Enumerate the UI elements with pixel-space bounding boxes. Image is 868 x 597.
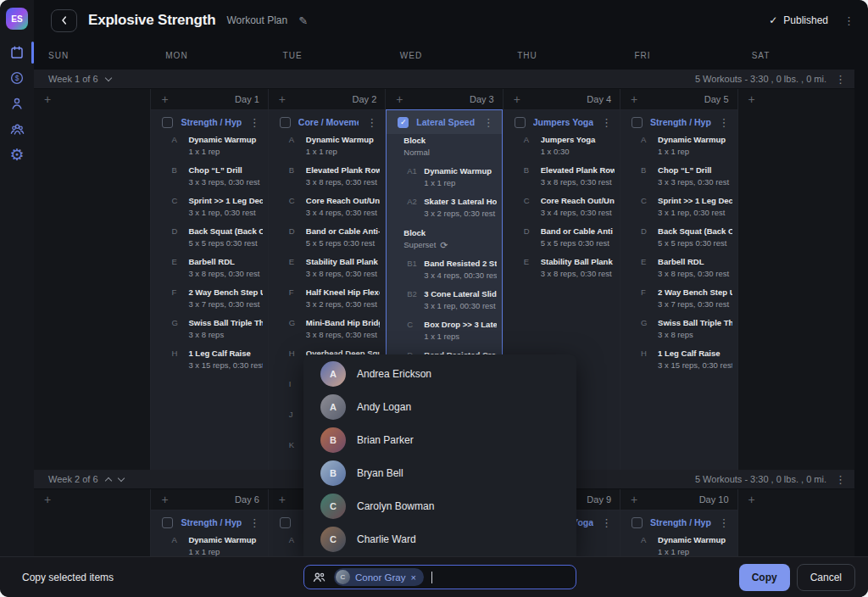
sidebar-item-groups[interactable]	[0, 116, 34, 142]
workout-menu-icon[interactable]: ⋮	[719, 117, 730, 128]
workout-checkbox[interactable]	[280, 517, 291, 528]
add-workout-icon[interactable]: +	[44, 494, 51, 505]
workout-menu-icon[interactable]: ⋮	[366, 117, 377, 128]
exercise-row[interactable]: GSwiss Ball Triple Threat3 x 8 reps	[151, 317, 267, 340]
exercise-row[interactable]: CCore Reach Out/Under3 x 4 reps, 0:30 re…	[504, 195, 620, 218]
member-list-item[interactable]: CCharlie Ward	[303, 522, 576, 555]
exercise-row[interactable]: B1Band Resisted 2 Step Late...3 x 4 reps…	[387, 258, 501, 281]
workout-checkbox[interactable]: ✓	[398, 117, 409, 128]
exercise-row[interactable]: BElevated Plank Row3 x 8 reps, 0:30 rest	[504, 165, 620, 187]
selected-member-chip[interactable]: C Conor Gray ×	[334, 568, 424, 586]
day-column: +Day 6Strength / Hypertro...⋮ADynamic Wa…	[151, 489, 268, 556]
add-workout-icon[interactable]: +	[396, 93, 403, 105]
exercise-row[interactable]: BChop “L” Drill3 x 3 reps, 0:30 rest	[620, 165, 737, 187]
exercise-row[interactable]: GMini-Band Hip Bridge w/ ...3 x 8 reps, …	[269, 317, 385, 340]
add-workout-icon[interactable]: +	[631, 494, 637, 505]
member-list-item[interactable]: BBryan Bell	[303, 456, 576, 489]
workout-checkbox[interactable]	[280, 117, 291, 128]
add-workout-icon[interactable]: +	[161, 494, 168, 505]
add-workout-icon[interactable]: +	[161, 93, 168, 105]
exercise-body: Dynamic Warmup1 x 1 rep	[188, 134, 262, 157]
edit-pencil-icon[interactable]: ✎	[298, 14, 308, 27]
member-list-item[interactable]: BBrian Parker	[303, 423, 576, 456]
exercise-name: Elevated Plank Row	[541, 165, 615, 176]
member-list-item[interactable]: AAndy Logan	[303, 390, 576, 423]
exercise-row[interactable]: CCore Reach Out/Under3 x 4 reps, 0:30 re…	[269, 195, 385, 218]
sidebar-item-settings[interactable]: ⚙	[0, 142, 34, 167]
workout-menu-icon[interactable]: ⋮	[719, 517, 730, 528]
add-workout-icon[interactable]: +	[748, 93, 755, 105]
workout-checkbox[interactable]	[632, 517, 643, 528]
member-list-item[interactable]: CCarolyn Bowman	[303, 489, 576, 522]
add-workout-icon[interactable]: +	[631, 93, 637, 105]
week-menu-icon[interactable]: ⋮	[835, 474, 846, 485]
exercise-row[interactable]: FHalf Kneel Hip Flexor Rais...3 x 2 reps…	[269, 287, 385, 310]
exercise-row[interactable]: BChop “L” Drill3 x 3 reps, 0:30 rest	[151, 165, 267, 187]
workout-card[interactable]: Strength / Hypertro...⋮ADynamic Warmup1 …	[620, 109, 737, 470]
workout-menu-icon[interactable]: ⋮	[483, 117, 494, 128]
workout-menu-icon[interactable]: ⋮	[249, 117, 260, 128]
back-button[interactable]	[51, 9, 77, 32]
exercise-row[interactable]: ADynamic Warmup1 x 1 rep	[620, 134, 737, 157]
exercise-letter: C	[407, 319, 424, 342]
exercise-letter: A	[171, 534, 188, 556]
cancel-button[interactable]: Cancel	[797, 564, 855, 591]
expand-week-icon[interactable]	[104, 74, 111, 81]
exercise-detail: 5 x 5 reps 0:30 rest	[541, 237, 615, 248]
exercise-row[interactable]: EBarbell RDL3 x 8 reps, 0:30 rest	[620, 256, 737, 279]
add-workout-icon[interactable]: +	[279, 494, 286, 505]
exercise-row[interactable]: F2 Way Bench Step Up3 x 7 reps, 0:30 res…	[620, 287, 737, 310]
app-logo[interactable]: ES	[6, 8, 28, 30]
exercise-detail: 5 x 5 reps 0:30 rest	[306, 237, 380, 248]
chip-remove-icon[interactable]: ×	[410, 572, 415, 583]
exercise-row[interactable]: F2 Way Bench Step Up3 x 7 reps, 0:30 res…	[151, 287, 267, 310]
exercise-row[interactable]: EBarbell RDL3 x 8 reps, 0:30 rest	[151, 256, 267, 279]
sidebar-item-athletes[interactable]	[0, 91, 34, 116]
workout-menu-icon[interactable]: ⋮	[249, 517, 260, 528]
add-workout-icon[interactable]: +	[279, 93, 286, 105]
exercise-row[interactable]: CBox Drop >> 3 Lateral H...1 x 1 reps	[387, 319, 501, 342]
exercise-row[interactable]: DBand or Cable Anti Rotati...5 x 5 reps …	[504, 226, 620, 248]
exercise-row[interactable]: DBand or Cable Anti-Rotati...5 x 5 reps …	[269, 226, 385, 248]
exercise-row[interactable]: A1Dynamic Warmup1 x 1 rep	[387, 165, 501, 188]
exercise-row[interactable]: DBack Squat (Back Off Set)5 x 5 reps 0:3…	[620, 226, 737, 248]
expand-week-icon[interactable]	[117, 474, 124, 481]
add-workout-icon[interactable]: +	[44, 93, 51, 105]
plan-menu-icon[interactable]: ⋮	[843, 15, 854, 26]
exercise-row[interactable]: CSprint >> 1 Leg Declarations3 x 1 rep, …	[620, 195, 737, 218]
exercise-row[interactable]: GSwiss Ball Triple Threat3 x 8 reps	[620, 317, 737, 340]
exercise-row[interactable]: H1 Leg Calf Raise3 x 15 reps, 0:30 rest	[151, 348, 267, 371]
exercise-row[interactable]: EStability Ball Plank Linear ...3 x 8 re…	[504, 256, 620, 279]
exercise-row[interactable]: ADynamic Warmup1 x 1 rep	[620, 534, 737, 556]
exercise-row[interactable]: CSprint >> 1 Leg Declarations3 x 1 rep, …	[151, 195, 267, 218]
workout-checkbox[interactable]	[632, 117, 643, 128]
exercise-row[interactable]: H1 Leg Calf Raise3 x 15 reps, 0:30 rest	[620, 348, 737, 371]
exercise-row[interactable]: ADynamic Warmup1 x 1 rep	[269, 134, 385, 157]
sidebar-item-calendar[interactable]	[0, 40, 34, 65]
exercise-row[interactable]: ADynamic Warmup1 x 1 rep	[151, 134, 267, 157]
exercise-row[interactable]: BElevated Plank Row3 x 8 reps, 0:30 rest	[269, 165, 385, 187]
exercise-detail: 1 x 1 rep	[188, 546, 262, 556]
week-menu-icon[interactable]: ⋮	[835, 74, 846, 85]
member-search-input[interactable]: C Conor Gray ×	[303, 565, 576, 589]
workout-menu-icon[interactable]: ⋮	[601, 517, 612, 528]
exercise-row[interactable]: B23 Cone Lateral Slide3 x 1 rep, 00:30 r…	[387, 288, 501, 311]
workout-card[interactable]: Strength / Hypertro...⋮ADynamic Warmup1 …	[151, 510, 267, 556]
add-workout-icon[interactable]: +	[748, 494, 755, 505]
workout-checkbox[interactable]	[162, 517, 173, 528]
exercise-row[interactable]: A2Skater 3 Lateral Hops >> ...3 x 2 reps…	[387, 196, 501, 219]
exercise-row[interactable]: ADynamic Warmup1 x 1 rep	[151, 534, 267, 556]
workout-card[interactable]: Strength / Hypertro...⋮ADynamic Warmup1 …	[620, 510, 737, 556]
workout-card[interactable]: Strength / Hypertro...⋮ADynamic Warmup1 …	[151, 109, 267, 470]
collapse-week-icon[interactable]	[104, 477, 111, 483]
member-list-item[interactable]: AAndrea Erickson	[303, 357, 576, 390]
workout-checkbox[interactable]	[515, 117, 526, 128]
copy-button[interactable]: Copy	[739, 564, 790, 591]
exercise-row[interactable]: DBack Squat (Back Off Set)5 x 5 reps 0:3…	[151, 226, 267, 248]
exercise-row[interactable]: EStability Ball Plank Linear ...3 x 8 re…	[269, 256, 385, 279]
add-workout-icon[interactable]: +	[514, 93, 520, 105]
workout-checkbox[interactable]	[162, 117, 173, 128]
workout-menu-icon[interactable]: ⋮	[601, 117, 612, 128]
exercise-row[interactable]: AJumpers Yoga1 x 0:30	[504, 134, 620, 157]
sidebar-item-billing[interactable]: $	[0, 65, 34, 91]
